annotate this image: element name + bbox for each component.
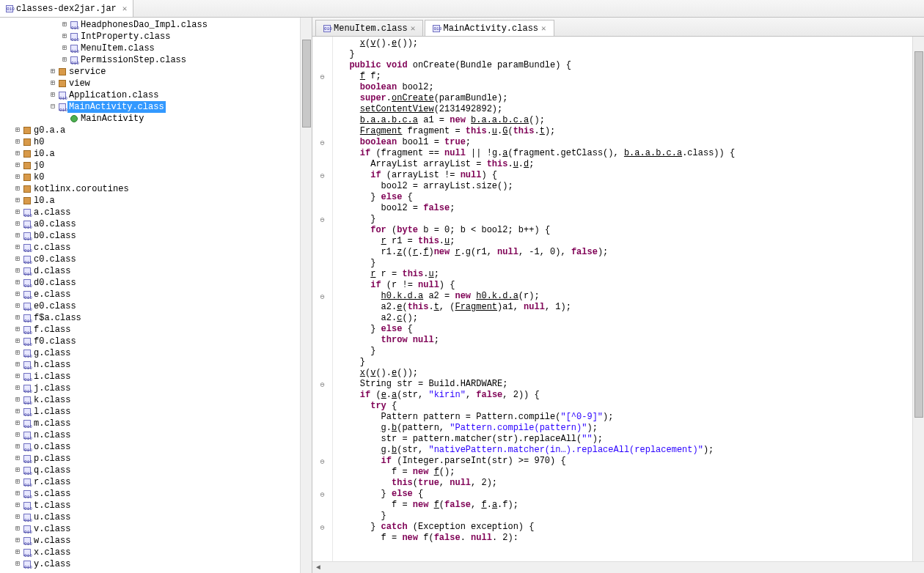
tree-node[interactable]: a0.class xyxy=(0,218,300,230)
tree-node[interactable]: j0 xyxy=(0,160,300,171)
expand-icon[interactable] xyxy=(12,371,23,382)
expand-icon[interactable] xyxy=(59,42,70,54)
fold-gutter[interactable] xyxy=(312,37,333,561)
tree-node[interactable]: u.class xyxy=(0,511,300,523)
tree-node[interactable]: v.class xyxy=(0,523,300,535)
fold-toggle-icon[interactable] xyxy=(312,291,332,302)
scrollbar-thumb[interactable] xyxy=(302,40,311,127)
fold-toggle-icon[interactable] xyxy=(312,379,332,390)
expand-icon[interactable] xyxy=(12,465,23,476)
tree-node[interactable]: MainActivity xyxy=(0,113,300,125)
tree-node[interactable]: g.class xyxy=(0,347,300,359)
tree-node[interactable]: i0.a xyxy=(0,148,300,160)
tree-node[interactable]: c.class xyxy=(0,242,300,254)
close-icon[interactable]: ✕ xyxy=(411,23,416,33)
tree-node[interactable]: kotlinx.coroutines xyxy=(0,183,300,195)
expand-icon[interactable] xyxy=(12,312,23,324)
scrollbar-thumb[interactable] xyxy=(914,51,923,418)
tree-node[interactable]: PermissionStep.class xyxy=(0,54,300,66)
tree-node[interactable]: a.class xyxy=(0,207,300,218)
expand-icon[interactable] xyxy=(12,511,23,523)
tree-node[interactable]: j.class xyxy=(0,382,300,394)
tree-node[interactable]: MainActivity.class xyxy=(0,101,300,113)
tree-node[interactable]: y.class xyxy=(0,558,300,570)
expand-icon[interactable] xyxy=(12,160,23,171)
expand-icon[interactable] xyxy=(12,230,23,242)
tree-node[interactable]: m.class xyxy=(0,418,300,429)
fold-toggle-icon[interactable] xyxy=(312,489,332,500)
expand-icon[interactable] xyxy=(12,148,23,160)
expand-icon[interactable] xyxy=(12,277,23,289)
scroll-left-icon[interactable]: ◄ xyxy=(312,563,324,572)
close-icon[interactable]: ✕ xyxy=(122,4,128,13)
tree-node[interactable]: h0 xyxy=(0,136,300,148)
expand-icon[interactable] xyxy=(59,19,70,31)
collapse-icon[interactable] xyxy=(47,101,59,113)
tree-node[interactable]: i.class xyxy=(0,371,300,382)
expand-icon[interactable] xyxy=(12,171,23,183)
expand-icon[interactable] xyxy=(12,547,23,558)
tree-node[interactable]: f.class xyxy=(0,324,300,336)
expand-icon[interactable] xyxy=(12,324,23,336)
tree-node[interactable]: Application.class xyxy=(0,89,300,101)
expand-icon[interactable] xyxy=(12,336,23,347)
expand-icon[interactable] xyxy=(47,78,59,89)
tree-node[interactable]: l.class xyxy=(0,406,300,418)
tree-node[interactable]: c0.class xyxy=(0,254,300,265)
fold-toggle-icon[interactable] xyxy=(312,214,332,225)
expand-icon[interactable] xyxy=(47,89,59,101)
top-tab[interactable]: classes-dex2jar.jar ✕ xyxy=(0,0,133,17)
expand-icon[interactable] xyxy=(12,488,23,500)
tree-node[interactable]: f$a.class xyxy=(0,312,300,324)
tree-node[interactable]: view xyxy=(0,78,300,89)
tree-node[interactable]: w.class xyxy=(0,535,300,547)
expand-icon[interactable] xyxy=(12,218,23,230)
expand-icon[interactable] xyxy=(12,500,23,511)
expand-icon[interactable] xyxy=(12,558,23,570)
tree-node[interactable]: x.class xyxy=(0,547,300,558)
tree-node[interactable]: e0.class xyxy=(0,300,300,312)
expand-icon[interactable] xyxy=(12,136,23,148)
expand-icon[interactable] xyxy=(12,523,23,535)
tree-node[interactable]: IntProperty.class xyxy=(0,31,300,42)
fold-toggle-icon[interactable] xyxy=(312,71,332,82)
expand-icon[interactable] xyxy=(12,207,23,218)
tree-node[interactable]: p.class xyxy=(0,453,300,465)
editor-tab[interactable]: MenuItem.class✕ xyxy=(315,20,423,36)
expand-icon[interactable] xyxy=(12,242,23,254)
fold-toggle-icon[interactable] xyxy=(312,456,332,467)
editor-tab[interactable]: MainActivity.class✕ xyxy=(425,20,554,36)
close-icon[interactable]: ✕ xyxy=(541,23,546,33)
expand-icon[interactable] xyxy=(12,418,23,429)
expand-icon[interactable] xyxy=(47,66,59,78)
expand-icon[interactable] xyxy=(12,359,23,371)
tree-node[interactable]: k.class xyxy=(0,394,300,406)
tree-node[interactable]: o.class xyxy=(0,441,300,453)
expand-icon[interactable] xyxy=(12,183,23,195)
tree-node[interactable]: s.class xyxy=(0,488,300,500)
expand-icon[interactable] xyxy=(12,195,23,207)
expand-icon[interactable] xyxy=(12,347,23,359)
tree-node[interactable]: d.class xyxy=(0,265,300,277)
expand-icon[interactable] xyxy=(12,441,23,453)
tree-node[interactable]: b0.class xyxy=(0,230,300,242)
tree-node[interactable]: HeadphonesDao_Impl.class xyxy=(0,19,300,31)
expand-icon[interactable] xyxy=(59,31,70,42)
fold-toggle-icon[interactable] xyxy=(312,137,332,148)
expand-icon[interactable] xyxy=(12,476,23,488)
expand-icon[interactable] xyxy=(12,125,23,136)
tree-node[interactable]: q.class xyxy=(0,465,300,476)
tree-node[interactable]: l0.a xyxy=(0,195,300,207)
editor-vscrollbar[interactable] xyxy=(912,37,924,561)
expand-icon[interactable] xyxy=(12,394,23,406)
expand-icon[interactable] xyxy=(59,54,70,66)
tree-node[interactable]: k0 xyxy=(0,171,300,183)
tree-node[interactable]: h.class xyxy=(0,359,300,371)
tree-node[interactable]: r.class xyxy=(0,476,300,488)
tree-node[interactable]: n.class xyxy=(0,429,300,441)
tree-node[interactable]: service xyxy=(0,66,300,78)
expand-icon[interactable] xyxy=(12,289,23,300)
fold-toggle-icon[interactable] xyxy=(312,170,332,181)
fold-toggle-icon[interactable] xyxy=(312,522,332,533)
expand-icon[interactable] xyxy=(12,300,23,312)
